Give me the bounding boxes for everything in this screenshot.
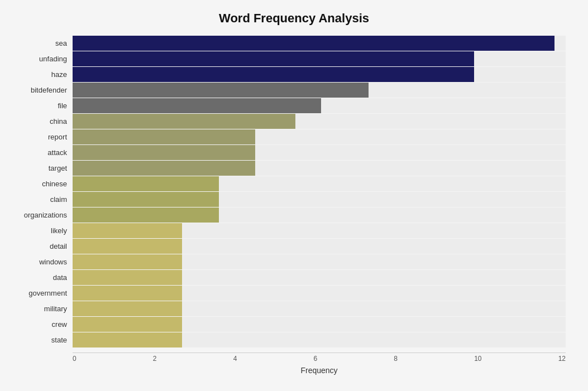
bar-fill	[73, 51, 474, 66]
bar-track	[73, 176, 566, 191]
bar-track	[73, 239, 566, 254]
bar-row: windows	[73, 254, 566, 269]
bar-fill	[73, 270, 182, 285]
x-axis-label: Frequency	[73, 366, 566, 375]
bar-row: military	[73, 301, 566, 316]
bar-track	[73, 98, 566, 113]
bar-row: chinese	[73, 176, 566, 191]
bar-fill	[73, 332, 182, 347]
bar-row: crew	[73, 317, 566, 332]
bar-fill	[73, 223, 182, 238]
bar-fill	[73, 207, 219, 223]
bar-row: china	[73, 114, 566, 129]
bar-row: file	[73, 98, 566, 113]
bar-track	[73, 286, 566, 301]
bar-fill	[73, 36, 554, 51]
bar-row: organizations	[73, 207, 566, 223]
bar-track	[73, 129, 566, 144]
bar-label: claim	[11, 195, 73, 204]
bar-label: windows	[11, 258, 73, 266]
bar-label: attack	[11, 148, 73, 157]
x-tick-label: 8	[394, 355, 398, 363]
bar-fill	[73, 83, 369, 98]
bar-track	[73, 83, 566, 98]
bar-label: target	[11, 164, 73, 172]
bar-row: likely	[73, 223, 566, 238]
bar-label: chinese	[11, 180, 73, 188]
bar-row: target	[73, 161, 566, 176]
bar-track	[73, 270, 566, 285]
bar-track	[73, 114, 566, 129]
bar-label: data	[11, 273, 73, 282]
bar-track	[73, 317, 566, 332]
bar-track	[73, 207, 566, 223]
bar-row: bitdefender	[73, 83, 566, 98]
bar-row: claim	[73, 192, 566, 207]
chart-container: Word Frequency Analysis seaunfadinghazeb…	[0, 0, 588, 391]
bar-row: data	[73, 270, 566, 285]
bar-track	[73, 301, 566, 316]
bar-track	[73, 51, 566, 66]
bar-row: unfading	[73, 51, 566, 66]
bar-label: bitdefender	[11, 86, 73, 94]
bar-fill	[73, 239, 182, 254]
bar-fill	[73, 301, 182, 316]
bar-fill	[73, 145, 255, 160]
chart-title: Word Frequency Analysis	[22, 11, 566, 26]
bar-track	[73, 192, 566, 207]
bar-track	[73, 161, 566, 176]
bar-fill	[73, 161, 255, 176]
bar-row: government	[73, 286, 566, 301]
x-ticks: 024681012	[73, 353, 566, 363]
bar-label: government	[11, 289, 73, 297]
bar-track	[73, 145, 566, 160]
x-tick-label: 10	[474, 355, 481, 363]
bar-track	[73, 223, 566, 238]
x-tick-label: 12	[558, 355, 566, 363]
bar-fill	[73, 129, 255, 144]
bar-label: china	[11, 117, 73, 125]
bar-label: report	[11, 133, 73, 141]
bar-row: detail	[73, 239, 566, 254]
x-tick-label: 0	[73, 355, 77, 363]
bar-track	[73, 254, 566, 269]
bar-row: attack	[73, 145, 566, 160]
bar-label: military	[11, 305, 73, 313]
bar-fill	[73, 114, 295, 129]
bar-row: haze	[73, 67, 566, 82]
bar-label: likely	[11, 226, 73, 235]
chart-inner: seaunfadinghazebitdefenderfilechinarepor…	[73, 36, 566, 375]
bar-track	[73, 332, 566, 347]
bar-fill	[73, 317, 182, 332]
chart-area: seaunfadinghazebitdefenderfilechinarepor…	[73, 36, 566, 348]
bar-track	[73, 36, 566, 51]
x-axis: 024681012	[73, 353, 566, 363]
bar-label: unfading	[11, 55, 73, 63]
bar-label: file	[11, 102, 73, 110]
bar-label: organizations	[11, 211, 73, 219]
bar-fill	[73, 254, 182, 269]
bar-fill	[73, 98, 321, 113]
x-tick-label: 6	[313, 355, 317, 363]
bar-label: detail	[11, 242, 73, 250]
bar-fill	[73, 192, 219, 207]
bar-track	[73, 67, 566, 82]
bar-label: haze	[11, 70, 73, 79]
x-tick-label: 4	[233, 355, 237, 363]
bar-row: report	[73, 129, 566, 144]
x-tick-label: 2	[153, 355, 157, 363]
bar-fill	[73, 286, 182, 301]
bar-label: crew	[11, 320, 73, 329]
bar-fill	[73, 67, 474, 82]
bar-label: sea	[11, 39, 73, 47]
bar-label: state	[11, 336, 73, 344]
bar-row: state	[73, 332, 566, 347]
bar-row: sea	[73, 36, 566, 51]
x-axis-line	[73, 353, 566, 353]
bar-fill	[73, 176, 219, 191]
